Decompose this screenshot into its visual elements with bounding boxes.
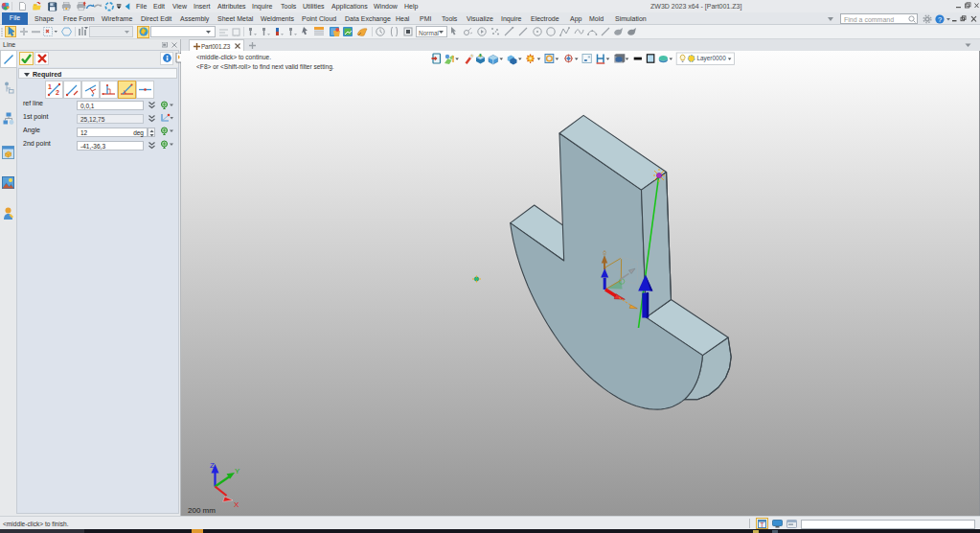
svg-text:1: 1 (48, 83, 52, 90)
svg-text:2: 2 (56, 89, 59, 96)
svg-text:T: T (761, 521, 764, 527)
svg-text:X: X (234, 500, 239, 509)
svg-text:Y: Y (235, 467, 240, 475)
svg-text:?: ? (938, 15, 942, 24)
svg-text:200 mm: 200 mm (188, 506, 216, 515)
svg-text:Z: Z (210, 461, 215, 470)
